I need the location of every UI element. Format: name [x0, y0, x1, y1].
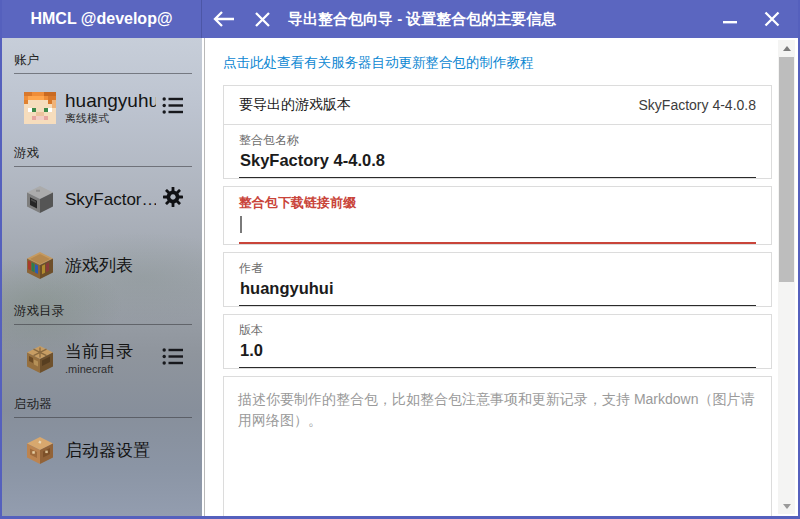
section-directory: 游戏目录	[14, 303, 192, 320]
close-icon	[764, 11, 780, 27]
author-label: 作者	[239, 260, 756, 277]
app-title: HMCL @develop@	[2, 0, 202, 38]
scroll-down-button[interactable]	[778, 498, 795, 514]
back-button[interactable]	[212, 7, 236, 31]
chevron-up-icon	[783, 46, 791, 51]
game-settings-gear-icon[interactable]	[162, 186, 184, 212]
game-version-row: 要导出的游戏版本 SkyFactory 4-4.0.8	[223, 85, 772, 125]
modpack-name-input[interactable]	[239, 149, 756, 178]
author-card: 作者	[223, 252, 772, 307]
current-directory-path: .minecraft	[65, 363, 156, 376]
sidebar: 账户 huangyuhui 离线模式	[2, 38, 202, 516]
tutorial-link[interactable]: 点击此处查看有关服务器自动更新整合包的制作教程	[223, 54, 534, 72]
minimize-icon	[723, 12, 737, 26]
sidebar-item-game-list[interactable]: 游戏列表	[2, 245, 202, 285]
window-close-button[interactable]	[760, 7, 784, 31]
directory-list-icon[interactable]	[162, 347, 184, 370]
section-launcher: 启动器	[14, 396, 192, 413]
account-mode: 离线模式	[65, 112, 156, 125]
version-label: 版本	[239, 322, 756, 339]
minimize-button[interactable]	[718, 7, 742, 31]
url-prefix-label: 整合包下载链接前缀	[239, 194, 756, 212]
close-icon	[255, 12, 270, 27]
crafting-table-icon	[24, 343, 56, 375]
divider	[14, 73, 192, 74]
titlebar: HMCL @develop@ 导出整合包向导 - 设置整合包的主要信息	[2, 0, 798, 38]
wizard-title: 导出整合包向导 - 设置整合包的主要信息	[288, 10, 556, 29]
back-arrow-icon	[213, 11, 235, 27]
scroll-up-button[interactable]	[778, 40, 795, 56]
description-card	[223, 376, 772, 517]
text-caret	[240, 216, 242, 233]
account-name: huangyuhui	[65, 90, 156, 111]
scrollbar-thumb[interactable]	[779, 57, 794, 282]
command-block-icon	[24, 434, 56, 466]
launcher-settings-label: 启动器设置	[65, 440, 184, 461]
avatar	[24, 92, 56, 124]
current-directory-label: 当前目录	[65, 341, 156, 362]
sidebar-item-account[interactable]: huangyuhui 离线模式	[2, 86, 202, 129]
divider	[14, 324, 192, 325]
sidebar-item-current-game[interactable]: SkyFactor…	[2, 179, 202, 219]
hmcl-window: HMCL @develop@ 导出整合包向导 - 设置整合包的主要信息	[0, 0, 800, 519]
cancel-wizard-button[interactable]	[250, 7, 274, 31]
author-input[interactable]	[239, 277, 756, 306]
current-game-label: SkyFactor…	[65, 189, 156, 210]
account-list-icon[interactable]	[162, 96, 184, 119]
game-version-value: SkyFactory 4-4.0.8	[639, 97, 757, 113]
chevron-down-icon	[783, 504, 791, 509]
section-account: 账户	[14, 52, 192, 69]
version-card: 版本	[223, 314, 772, 369]
description-textarea[interactable]	[224, 377, 771, 516]
modpack-name-label: 整合包名称	[239, 132, 756, 149]
modpack-name-card: 整合包名称	[223, 124, 772, 179]
wizard-main-panel: 点击此处查看有关服务器自动更新整合包的制作教程 要导出的游戏版本 SkyFact…	[204, 38, 798, 516]
section-game: 游戏	[14, 145, 192, 162]
url-prefix-input[interactable]	[239, 212, 756, 244]
wizard-content: 点击此处查看有关服务器自动更新整合包的制作教程 要导出的游戏版本 SkyFact…	[223, 38, 772, 516]
sidebar-item-launcher-settings[interactable]: 启动器设置	[2, 430, 202, 470]
scrollbar[interactable]	[778, 40, 795, 514]
furnace-icon	[24, 183, 56, 215]
bookshelf-icon	[24, 249, 56, 281]
wizard-header: 导出整合包向导 - 设置整合包的主要信息	[202, 0, 798, 38]
divider	[14, 166, 192, 167]
version-input[interactable]	[239, 339, 756, 368]
game-version-label: 要导出的游戏版本	[239, 96, 351, 114]
url-prefix-card: 整合包下载链接前缀	[223, 186, 772, 245]
game-list-label: 游戏列表	[65, 255, 184, 276]
divider	[14, 417, 192, 418]
sidebar-item-current-directory[interactable]: 当前目录 .minecraft	[2, 337, 202, 380]
